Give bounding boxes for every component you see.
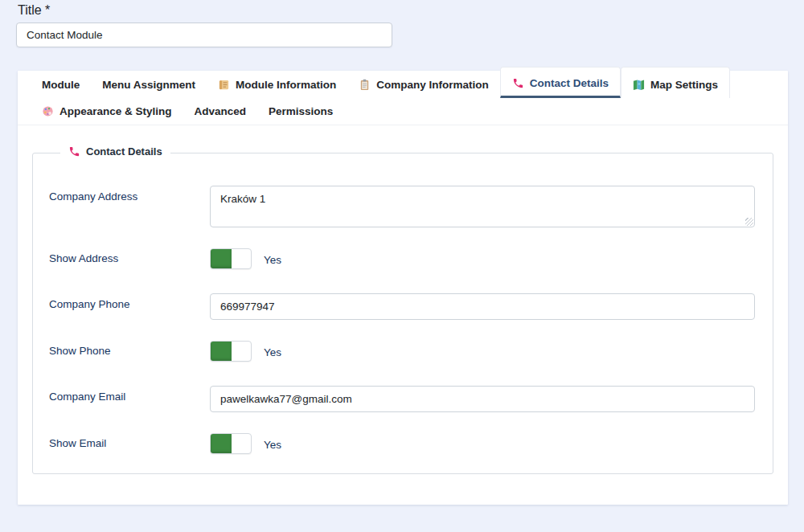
show-phone-label: Show Phone xyxy=(49,340,210,357)
company-address-label: Company Address xyxy=(49,186,210,203)
company-email-row: Company Email xyxy=(49,386,755,412)
map-icon xyxy=(633,79,645,91)
tab-map-settings-label: Map Settings xyxy=(650,79,718,91)
scroll-icon xyxy=(218,79,230,91)
clipboard-icon xyxy=(359,79,371,91)
tab-module-information-label: Module Information xyxy=(236,79,336,91)
show-phone-toggle[interactable] xyxy=(210,341,252,362)
company-email-input[interactable] xyxy=(210,386,755,412)
show-address-row: Show Address Yes xyxy=(49,248,755,269)
company-email-label: Company Email xyxy=(49,386,210,403)
company-address-row: Company Address Kraków 1 xyxy=(49,186,755,227)
tab-menu-assignment-label: Menu Assignment xyxy=(102,79,195,91)
company-phone-row: Company Phone xyxy=(49,293,755,320)
show-email-label: Show Email xyxy=(49,432,210,449)
tab-bar-row-2: Appearance & Styling Advanced Permission… xyxy=(18,98,788,125)
show-phone-state: Yes xyxy=(264,345,281,358)
show-email-toggle[interactable] xyxy=(210,433,252,454)
tab-contact-details[interactable]: Contact Details xyxy=(500,67,621,98)
show-phone-row: Show Phone Yes xyxy=(49,340,755,362)
tab-module[interactable]: Module xyxy=(31,71,91,98)
title-field-label: Title * xyxy=(18,3,50,18)
show-address-state: Yes xyxy=(264,252,281,266)
contact-details-panel: Contact Details Company Address Kraków 1… xyxy=(32,153,773,474)
company-phone-input[interactable] xyxy=(210,293,755,320)
palette-icon xyxy=(42,105,54,117)
tab-map-settings[interactable]: Map Settings xyxy=(621,67,730,98)
tab-company-information[interactable]: Company Information xyxy=(347,71,500,98)
show-address-toggle[interactable] xyxy=(210,248,252,269)
company-address-textarea[interactable]: Kraków 1 xyxy=(210,186,755,227)
phone-icon xyxy=(68,145,80,158)
tab-advanced-label: Advanced xyxy=(195,105,247,117)
phone-icon xyxy=(512,77,524,89)
tab-menu-assignment[interactable]: Menu Assignment xyxy=(91,71,207,98)
tab-advanced[interactable]: Advanced xyxy=(183,98,258,125)
tab-company-information-label: Company Information xyxy=(376,79,489,91)
contact-details-legend: Contact Details xyxy=(60,145,170,158)
tab-contact-details-label: Contact Details xyxy=(530,77,609,89)
tab-module-label: Module xyxy=(42,79,80,91)
title-input[interactable] xyxy=(16,23,392,47)
show-email-state: Yes xyxy=(264,437,281,451)
tab-bar-row-1: Module Menu Assignment Module Informatio… xyxy=(18,71,788,98)
contact-details-legend-label: Contact Details xyxy=(86,145,162,158)
tab-appearance-styling-label: Appearance & Styling xyxy=(59,105,172,117)
tab-permissions[interactable]: Permissions xyxy=(257,98,344,125)
module-edit-card: Module Menu Assignment Module Informatio… xyxy=(18,71,788,505)
show-email-row: Show Email Yes xyxy=(49,432,755,454)
company-phone-label: Company Phone xyxy=(49,293,210,310)
contact-details-form: Company Address Kraków 1 Show Address Ye… xyxy=(33,153,773,454)
show-address-label: Show Address xyxy=(49,248,210,264)
tab-permissions-label: Permissions xyxy=(269,105,333,117)
tab-module-information[interactable]: Module Information xyxy=(207,71,347,98)
tab-appearance-styling[interactable]: Appearance & Styling xyxy=(31,98,183,125)
